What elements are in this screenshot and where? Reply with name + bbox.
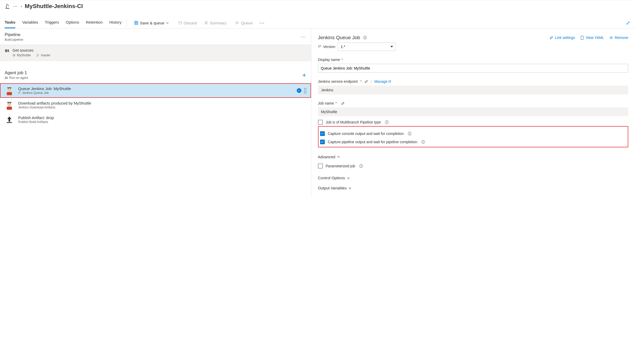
pipeline-checkbox[interactable] [320,140,325,144]
left-pane: Pipeline Build pipeline ⋯ Get sources My… [0,29,311,196]
multibranch-checkbox[interactable] [318,120,323,125]
version-select[interactable] [338,43,396,51]
svg-rect-15 [7,87,11,88]
output-variables-section[interactable]: Output Variables [318,186,628,190]
svg-rect-17 [7,107,12,110]
control-options-section[interactable]: Control Options [318,176,628,180]
tab-tasks[interactable]: Tasks [5,17,15,28]
pipeline-icon [5,3,10,9]
breadcrumb: ⋯ › MyShuttle-Jenkins-CI [0,0,635,12]
main-split: Pipeline Build pipeline ⋯ Get sources My… [0,29,635,196]
sources-title: Get sources [12,48,50,52]
svg-point-13 [8,89,9,90]
info-icon[interactable] [408,132,411,135]
sources-icon [5,49,9,53]
agent-icon [5,76,8,79]
task-title: Queue Jenkins Job: MyShuttle [18,86,71,91]
breadcrumb-title[interactable]: MyShuttle-Jenkins-CI [25,3,83,10]
separator: | [371,79,372,84]
get-sources[interactable]: Get sources MyShuttle master [0,45,311,61]
tabs: Tasks Variables Triggers Options Retenti… [5,17,121,28]
close-icon [609,36,613,40]
info-icon[interactable] [363,36,367,39]
console-checkbox-row: Capture console output and wait for comp… [320,131,626,136]
view-yaml-button[interactable]: View YAML [580,36,604,40]
flag-icon [318,45,322,49]
parameterized-checkbox[interactable] [318,164,323,168]
sources-meta: MyShuttle master [12,53,50,57]
upload-icon [5,115,14,124]
pipeline-subtitle: Build pipeline [5,38,23,42]
manage-link[interactable]: Manage [374,79,391,84]
info-icon[interactable] [385,120,389,124]
pipeline-checkbox-row: Capture pipeline output and wait for pip… [320,140,626,144]
chevron-up-icon [337,155,340,159]
info-icon[interactable] [421,140,425,144]
endpoint-value[interactable]: Jenkins [318,86,628,94]
task-title: Download artifacts produced by MyShuttle [18,101,91,105]
agent-title: Agent job 1 [5,70,28,75]
selected-check-icon [297,88,301,93]
task-publish-artifact[interactable]: Publish Artifact: drop Publish Build Art… [0,112,311,127]
right-pane: Jenkins Queue Job Link settings View YAM… [311,29,635,196]
undo-icon [178,21,182,25]
expand-icon[interactable]: ⤢ [626,20,630,26]
required-star: * [341,58,343,62]
yaml-icon [580,36,584,40]
pipeline-more[interactable]: ⋯ [301,34,306,40]
info-icon[interactable] [359,164,363,168]
discard-button[interactable]: Discard [176,19,199,27]
svg-rect-20 [7,102,11,103]
drag-handle[interactable] [304,88,306,93]
required-star: * [360,79,362,84]
agent-subtitle: Run on agent [5,76,28,80]
details-title: Jenkins Queue Job [318,35,367,40]
queue-button[interactable]: Queue [233,19,255,27]
save-icon [134,21,138,25]
display-name-input[interactable] [318,64,628,73]
task-download-artifacts[interactable]: Download artifacts produced by MyShuttle… [0,98,311,112]
link-icon [549,36,553,40]
tab-history[interactable]: History [109,17,121,28]
jenkins-icon [5,100,14,110]
link-icon[interactable] [364,80,368,84]
link-settings-button[interactable]: Link settings [549,36,575,40]
toolbar-more[interactable]: ⋯ [257,20,267,26]
display-name-field: Display name * [318,58,628,73]
chevron-down-icon [347,176,350,180]
task-subtitle: Jenkins Download Artifacts [18,106,91,109]
task-subtitle: Jenkins Queue Job [18,91,71,95]
highlighted-checkboxes: Capture console output and wait for comp… [318,126,628,147]
job-name-value[interactable]: MyShuttle [318,107,628,116]
svg-rect-21 [7,122,12,123]
task-title: Publish Artifact: drop [18,115,54,120]
agent-job[interactable]: Agent job 1 Run on agent + [0,66,311,83]
svg-point-14 [10,89,11,90]
advanced-section[interactable]: Advanced [318,155,628,159]
branch-icon [36,54,39,57]
chevron-right-icon: › [21,4,22,9]
tab-options[interactable]: Options [66,17,79,28]
chevron-down-icon [348,186,352,190]
tab-variables[interactable]: Variables [22,17,38,28]
summary-button[interactable]: Summary [202,19,228,27]
task-queue-jenkins[interactable]: Queue Jenkins Job: MyShuttle Jenkins Que… [0,83,311,98]
console-checkbox[interactable] [320,131,325,136]
breadcrumb-ellipsis[interactable]: ⋯ [13,3,18,9]
svg-point-19 [10,103,11,104]
tabs-toolbar: Tasks Variables Triggers Options Retenti… [0,17,635,29]
svg-rect-12 [7,92,12,95]
play-icon [235,21,239,25]
save-queue-button[interactable]: Save & queue [132,19,171,27]
link-icon[interactable] [341,101,345,105]
pipeline-header[interactable]: Pipeline Build pipeline ⋯ [0,29,311,45]
task-subtitle: Publish Build Artifacts [18,120,54,124]
chevron-down-icon [166,21,169,24]
details-header: Jenkins Queue Job Link settings View YAM… [318,35,628,40]
add-task-button[interactable]: + [302,71,306,79]
remove-button[interactable]: Remove [609,36,628,40]
version-select-wrap [338,43,396,51]
tab-retention[interactable]: Retention [86,17,103,28]
details-actions: Link settings View YAML Remove [549,36,628,40]
tab-triggers[interactable]: Triggers [45,17,59,28]
